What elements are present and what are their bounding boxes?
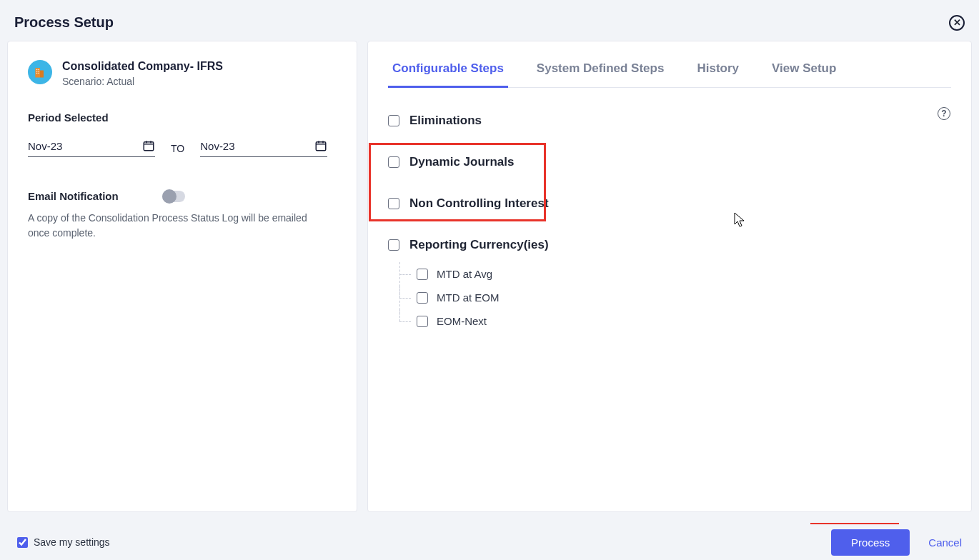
process-button[interactable]: Process <box>831 529 910 556</box>
tab-history[interactable]: History <box>692 57 743 88</box>
checkbox-eliminations[interactable] <box>388 115 399 126</box>
svg-rect-9 <box>316 142 326 151</box>
step-dynamic-journals: Dynamic Journals <box>388 148 951 176</box>
svg-rect-6 <box>36 73 37 74</box>
substep-mtd-eom: MTD at EOM <box>388 286 951 309</box>
substep-mtd-avg: MTD at Avg <box>388 262 951 286</box>
company-name: Consolidated Company- IFRS <box>62 60 223 73</box>
svg-rect-8 <box>144 142 154 151</box>
help-icon[interactable]: ? <box>938 107 950 120</box>
checkbox-eom-next[interactable] <box>417 316 428 327</box>
svg-rect-5 <box>39 71 39 71</box>
page-title: Process Setup <box>14 14 114 31</box>
step-reporting-currencies: Reporting Currency(ies) <box>388 231 951 259</box>
period-to-value: Nov-23 <box>200 140 234 152</box>
svg-rect-2 <box>36 69 37 70</box>
substep-label: EOM-Next <box>437 315 487 327</box>
tab-configurable-steps[interactable]: Configurable Steps <box>388 57 508 88</box>
email-notification-desc: A copy of the Consolidation Process Stat… <box>28 211 328 241</box>
svg-rect-4 <box>36 71 37 71</box>
checkbox-reporting-currencies[interactable] <box>388 239 399 251</box>
tabs: Configurable Steps System Defined Steps … <box>388 50 951 88</box>
checkbox-dynamic-journals[interactable] <box>388 156 399 168</box>
step-eliminations: Eliminations <box>388 106 951 135</box>
step-label: Eliminations <box>409 114 482 128</box>
period-to-field[interactable]: Nov-23 <box>200 139 327 157</box>
close-icon: ✕ <box>953 18 961 27</box>
email-notification-toggle[interactable] <box>162 191 185 202</box>
period-label: Period Selected <box>28 111 337 124</box>
save-settings-row[interactable]: Save my settings <box>17 536 110 548</box>
substep-label: MTD at EOM <box>437 291 500 304</box>
step-label: Dynamic Journals <box>409 155 514 169</box>
checkbox-mtd-avg[interactable] <box>417 269 428 280</box>
step-label: Reporting Currency(ies) <box>409 238 549 252</box>
svg-rect-0 <box>35 68 40 77</box>
company-scenario: Scenario: Actual <box>62 76 223 87</box>
step-nci: Non Controlling Interest <box>388 189 951 218</box>
svg-rect-3 <box>39 69 39 70</box>
save-settings-label: Save my settings <box>34 536 110 548</box>
tab-system-defined-steps[interactable]: System Defined Steps <box>532 57 669 88</box>
period-to-label: TO <box>171 143 184 154</box>
checkbox-nci[interactable] <box>388 198 399 209</box>
company-icon <box>28 60 52 84</box>
email-notification-label: Email Notification <box>28 190 119 202</box>
configurable-steps-list: Eliminations Dynamic Journals Non Contro… <box>388 106 951 333</box>
svg-rect-7 <box>39 73 39 74</box>
save-settings-checkbox[interactable] <box>17 537 28 548</box>
calendar-icon <box>314 139 327 152</box>
calendar-icon <box>142 139 155 152</box>
svg-rect-1 <box>40 71 44 78</box>
tab-view-setup[interactable]: View Setup <box>767 57 840 88</box>
left-panel: Consolidated Company- IFRS Scenario: Act… <box>7 41 357 512</box>
right-panel: Configurable Steps System Defined Steps … <box>367 41 972 512</box>
checkbox-mtd-eom[interactable] <box>417 292 428 304</box>
substep-label: MTD at Avg <box>437 268 492 280</box>
close-button[interactable]: ✕ <box>949 15 965 31</box>
step-label: Non Controlling Interest <box>409 196 549 211</box>
substep-eom-next: EOM-Next <box>388 309 951 333</box>
cancel-button[interactable]: Cancel <box>928 536 962 549</box>
period-from-value: Nov-23 <box>28 140 62 152</box>
period-from-field[interactable]: Nov-23 <box>28 139 155 157</box>
